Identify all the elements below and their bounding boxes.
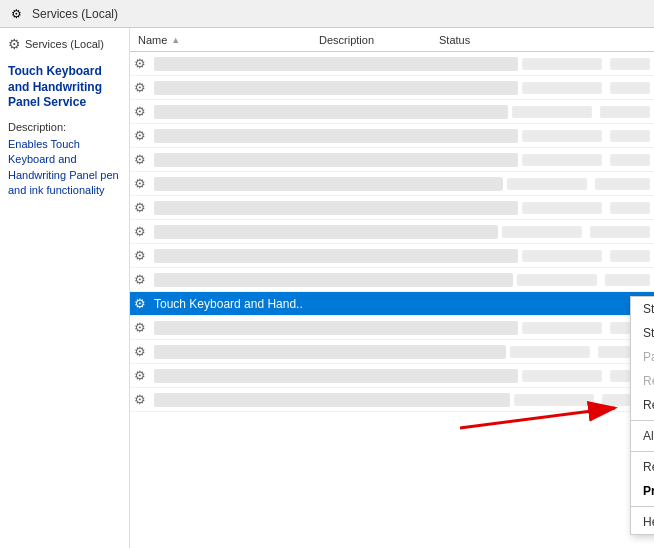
table-row[interactable]: ⚙: [130, 172, 654, 196]
row-gear-icon: ⚙: [134, 80, 154, 95]
row-status-blur: [610, 202, 650, 214]
row-name-blur: [154, 177, 503, 191]
menu-item-properties[interactable]: Properties: [631, 479, 654, 503]
table-row[interactable]: ⚙: [130, 268, 654, 292]
row-name-blur: [154, 201, 518, 215]
menu-item-help-label: Help: [643, 515, 654, 529]
selected-row-text: Touch Keyboard and Hand..: [154, 297, 650, 311]
row-name-blur: [154, 105, 508, 119]
menu-item-help[interactable]: Help: [631, 510, 654, 534]
table-row[interactable]: ⚙: [130, 244, 654, 268]
row-status-blur: [610, 130, 650, 142]
row-name-blur: [154, 225, 498, 239]
table-row[interactable]: ⚙: [130, 316, 654, 340]
row-gear-icon: ⚙: [134, 248, 154, 263]
table-row[interactable]: ⚙: [130, 340, 654, 364]
menu-separator-3: [631, 506, 654, 507]
row-desc-blur: [522, 58, 602, 70]
row-desc-blur: [522, 82, 602, 94]
row-desc-blur: [522, 130, 602, 142]
menu-item-properties-label: Properties: [643, 484, 654, 498]
menu-item-pause-label: Pause: [643, 350, 654, 364]
menu-item-start[interactable]: Start: [631, 297, 654, 321]
sidebar-header: ⚙ Services (Local): [8, 36, 121, 52]
menu-item-restart[interactable]: Restart: [631, 393, 654, 417]
row-name-blur: [154, 129, 518, 143]
row-name-blur: [154, 249, 518, 263]
sidebar-title: Services (Local): [25, 38, 104, 50]
row-gear-icon: ⚙: [134, 344, 154, 359]
table-row[interactable]: ⚙: [130, 388, 654, 412]
row-desc-blur: [510, 346, 590, 358]
row-gear-icon: ⚙: [134, 176, 154, 191]
row-gear-icon: ⚙: [134, 368, 154, 383]
row-desc-blur: [512, 106, 592, 118]
row-desc-blur: [517, 274, 597, 286]
selected-table-row[interactable]: ⚙ Touch Keyboard and Hand..: [130, 292, 654, 316]
menu-item-start-label: Start: [643, 302, 654, 316]
row-gear-icon: ⚙: [134, 296, 154, 311]
content-area: Name ▲ Description Status ⚙ ⚙ ⚙: [130, 28, 654, 548]
row-desc-blur: [514, 394, 594, 406]
row-desc-blur: [522, 250, 602, 262]
row-gear-icon: ⚙: [134, 272, 154, 287]
sidebar-gear-icon: ⚙: [8, 36, 21, 52]
col-desc-header[interactable]: Description: [319, 34, 439, 46]
service-name: Touch Keyboard and Handwriting Panel Ser…: [8, 64, 121, 111]
col-name-header[interactable]: Name ▲: [134, 34, 319, 46]
menu-item-stop[interactable]: Stop: [631, 321, 654, 345]
row-gear-icon: ⚙: [134, 224, 154, 239]
row-gear-icon: ⚙: [134, 200, 154, 215]
row-desc-blur: [522, 154, 602, 166]
row-status-blur: [610, 250, 650, 262]
row-status-blur: [595, 178, 650, 190]
table-row[interactable]: ⚙: [130, 148, 654, 172]
table-row[interactable]: ⚙: [130, 124, 654, 148]
menu-item-resume[interactable]: Resume: [631, 369, 654, 393]
table-row[interactable]: ⚙: [130, 100, 654, 124]
description-label: Description:: [8, 121, 121, 133]
row-name-blur: [154, 345, 506, 359]
row-desc-blur: [522, 370, 602, 382]
col-status-header[interactable]: Status: [439, 34, 470, 46]
row-desc-blur: [522, 322, 602, 334]
table-body: ⚙ ⚙ ⚙ ⚙: [130, 52, 654, 548]
row-status-blur: [600, 106, 650, 118]
menu-item-all-tasks[interactable]: All Tasks ▶: [631, 424, 654, 448]
row-gear-icon: ⚙: [134, 320, 154, 335]
row-status-blur: [605, 274, 650, 286]
row-name-blur: [154, 369, 518, 383]
menu-item-refresh[interactable]: Refresh: [631, 455, 654, 479]
row-gear-icon: ⚙: [134, 104, 154, 119]
row-status-blur: [610, 58, 650, 70]
row-name-blur: [154, 321, 518, 335]
table-row[interactable]: ⚙: [130, 196, 654, 220]
table-row[interactable]: ⚙: [130, 76, 654, 100]
row-name-blur: [154, 153, 518, 167]
sidebar: ⚙ Services (Local) Touch Keyboard and Ha…: [0, 28, 130, 548]
row-gear-icon: ⚙: [134, 56, 154, 71]
row-name-blur: [154, 81, 518, 95]
menu-item-refresh-label: Refresh: [643, 460, 654, 474]
table-row[interactable]: ⚙: [130, 364, 654, 388]
service-info: Touch Keyboard and Handwriting Panel Ser…: [8, 64, 121, 198]
menu-item-all-tasks-label: All Tasks: [643, 429, 654, 443]
description-text: Enables Touch Keyboard and Handwriting P…: [8, 137, 121, 199]
menu-item-stop-label: Stop: [643, 326, 654, 340]
title-text: Services (Local): [32, 7, 118, 21]
row-status-blur: [590, 226, 650, 238]
row-gear-icon: ⚙: [134, 392, 154, 407]
table-header: Name ▲ Description Status: [130, 28, 654, 52]
row-desc-blur: [502, 226, 582, 238]
menu-item-resume-label: Resume: [643, 374, 654, 388]
menu-separator-1: [631, 420, 654, 421]
main-layout: ⚙ Services (Local) Touch Keyboard and Ha…: [0, 28, 654, 548]
row-gear-icon: ⚙: [134, 152, 154, 167]
table-row[interactable]: ⚙: [130, 52, 654, 76]
menu-item-pause[interactable]: Pause: [631, 345, 654, 369]
menu-separator-2: [631, 451, 654, 452]
menu-item-restart-label: Restart: [643, 398, 654, 412]
row-desc-blur: [522, 202, 602, 214]
row-name-blur: [154, 273, 513, 287]
table-row[interactable]: ⚙: [130, 220, 654, 244]
